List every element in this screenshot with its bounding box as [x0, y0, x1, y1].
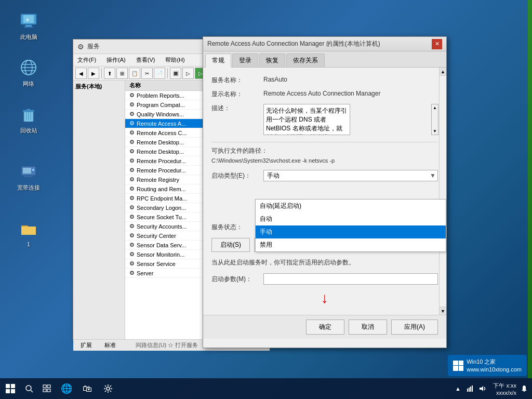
- recycle-bin-label: 回收站: [20, 127, 37, 135]
- desc-scroll-down[interactable]: ▼: [432, 128, 438, 135]
- this-pc-label: 此电脑: [20, 33, 37, 41]
- svg-rect-28: [43, 385, 46, 388]
- taskbar: 🌐 🛍 ▲: [0, 378, 532, 399]
- startup-type-select[interactable]: 自动(延迟启动) 自动 手动 禁用: [263, 170, 438, 181]
- taskbar-ie-icon[interactable]: 🌐: [56, 378, 77, 399]
- start-button[interactable]: [0, 378, 21, 399]
- svg-rect-17: [23, 168, 31, 174]
- form-value-path: C:\Windows\System32\svchost.exe -k netsv…: [211, 157, 438, 164]
- taskbar-settings-icon[interactable]: [98, 378, 118, 399]
- form-label-startup-type: 启动类型(E)：: [211, 171, 263, 180]
- desktop-icon-network[interactable]: 网络: [10, 57, 47, 88]
- dialog-tab-general[interactable]: 常规: [205, 54, 231, 68]
- form-label-service-name: 服务名称：: [211, 76, 263, 85]
- desktop-icon-this-pc[interactable]: 此电脑: [10, 10, 47, 41]
- form-row-param: 启动参数(M)：: [211, 273, 438, 285]
- broadband-label: 宽带连接: [17, 184, 40, 192]
- watermark-text: Win10 之家 www.win10xtong.com: [467, 358, 522, 373]
- services-menu-action[interactable]: 操作(A): [104, 55, 128, 65]
- service-icon-11: ⚙: [129, 195, 135, 202]
- form-textarea-description[interactable]: 无论什么时候，当某个程序引用一个远程 DNS 或者 NetBIOS 名称或者地址…: [263, 104, 350, 135]
- svg-line-27: [31, 390, 33, 392]
- svg-marker-37: [480, 386, 483, 391]
- svg-rect-35: [470, 387, 471, 392]
- footer-cancel-button[interactable]: 取消: [349, 320, 387, 335]
- taskbar-time: 下午 x:xx: [493, 382, 516, 390]
- services-left-panel: 服务(本地): [73, 81, 125, 339]
- toolbar-btn7[interactable]: ▷: [182, 68, 194, 79]
- desktop: 此电脑 网络 回收站: [0, 0, 532, 399]
- dropdown-item-disabled[interactable]: 禁用: [256, 238, 446, 251]
- form-label-param: 启动参数(M)：: [211, 275, 263, 284]
- service-icon-3: ⚙: [129, 120, 135, 127]
- tray-network-icon[interactable]: [464, 378, 476, 399]
- dialog-scroll-down[interactable]: ▼: [440, 307, 446, 315]
- service-start-button[interactable]: 启动(S): [211, 238, 250, 252]
- desktop-icon-broadband[interactable]: 宽带连接: [10, 161, 47, 192]
- desktop-icon-folder1[interactable]: 1: [10, 218, 47, 247]
- toolbar-sep1: [101, 68, 102, 78]
- network-label: 网络: [23, 80, 34, 88]
- services-menu-help[interactable]: 帮助(H): [163, 55, 187, 65]
- search-button[interactable]: [21, 378, 37, 399]
- toolbar-btn2[interactable]: ⊞: [116, 68, 128, 79]
- dialog-tab-recovery[interactable]: 恢复: [259, 54, 285, 67]
- service-icon-7: ⚙: [129, 157, 135, 164]
- tray-sound-icon[interactable]: [476, 378, 489, 399]
- form-row-startup-type: 启动类型(E)： 自动(延迟启动) 自动 手动 禁用 ▼: [211, 170, 438, 181]
- services-title-icon: ⚙: [77, 43, 84, 51]
- dropdown-item-manual[interactable]: 手动: [256, 225, 446, 238]
- dropdown-item-auto[interactable]: 自动: [256, 212, 446, 225]
- dialog-scroll-up[interactable]: ▲: [440, 68, 446, 76]
- dialog-footer: 确定 取消 应用(A): [203, 315, 446, 339]
- tray-up-icon[interactable]: ▲: [451, 378, 464, 399]
- form-value-display-name: Remote Access Auto Connection Manager: [263, 90, 438, 97]
- service-icon-12: ⚙: [129, 204, 135, 211]
- dialog-close-button[interactable]: ✕: [432, 39, 442, 49]
- task-view-button[interactable]: [37, 378, 56, 399]
- svg-rect-18: [32, 169, 34, 171]
- svg-rect-22: [6, 384, 10, 388]
- form-label-path: 可执行文件的路径：: [211, 147, 438, 155]
- service-icon-6: ⚙: [129, 148, 135, 155]
- footer-ok-button[interactable]: 确定: [306, 320, 344, 335]
- toolbar-up[interactable]: ⬆: [104, 68, 115, 79]
- desktop-icon-recycle-bin[interactable]: 回收站: [10, 104, 47, 135]
- svg-rect-25: [11, 389, 15, 393]
- service-icon-0: ⚙: [129, 92, 135, 99]
- service-icon-17: ⚙: [129, 251, 135, 258]
- folder1-label: 1: [27, 241, 30, 247]
- toolbar-back[interactable]: ◀: [75, 68, 87, 79]
- service-icon-5: ⚙: [129, 139, 135, 145]
- status-tab-standard[interactable]: 标准: [101, 341, 119, 350]
- toolbar-btn5[interactable]: 📄: [154, 68, 165, 79]
- svg-rect-20: [23, 177, 34, 178]
- broadband-icon: [18, 161, 39, 182]
- taskbar-clock[interactable]: 下午 x:xx xxxx/x/x: [489, 382, 521, 396]
- svg-rect-34: [469, 388, 470, 392]
- toolbar-btn3[interactable]: 📋: [129, 68, 140, 79]
- folder1-icon: [18, 218, 39, 239]
- status-bar-text: 间路信息(U) ☆ 打开服务: [136, 341, 198, 349]
- param-input[interactable]: [263, 273, 438, 285]
- services-menu-view[interactable]: 查看(V): [134, 55, 157, 65]
- taskbar-store-icon[interactable]: 🛍: [77, 378, 98, 399]
- services-menu-file[interactable]: 文件(F): [75, 55, 98, 65]
- toolbar-btn6[interactable]: 🔳: [170, 68, 181, 79]
- dialog-tab-dependencies[interactable]: 依存关系: [286, 54, 325, 67]
- service-icon-10: ⚙: [129, 185, 135, 192]
- win-logo-icon: [453, 361, 463, 371]
- footer-apply-button[interactable]: 应用(A): [391, 320, 438, 335]
- network-icon: [18, 57, 39, 78]
- status-tab-expand[interactable]: 扩展: [77, 341, 95, 350]
- this-pc-icon: [18, 10, 39, 31]
- toolbar-forward[interactable]: ▶: [88, 68, 99, 79]
- toolbar-btn4[interactable]: ✂: [141, 68, 153, 79]
- dialog-titlebar: Remote Access Auto Connection Manager 的属…: [203, 37, 446, 51]
- dropdown-item-auto-delay[interactable]: 自动(延迟启动): [256, 200, 446, 212]
- watermark: Win10 之家 www.win10xtong.com: [448, 355, 527, 376]
- dialog-tab-login[interactable]: 登录: [232, 54, 258, 67]
- service-icon-13: ⚙: [129, 214, 135, 220]
- taskbar-notification-button[interactable]: [521, 378, 528, 399]
- desc-scroll-up[interactable]: ▲: [432, 104, 438, 111]
